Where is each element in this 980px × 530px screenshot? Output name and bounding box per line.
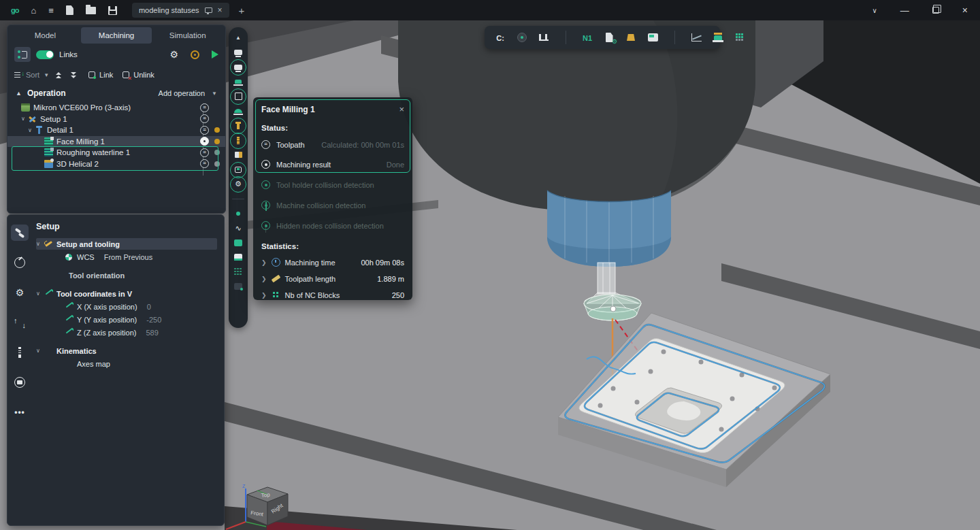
- setup-row[interactable]: Z (Z axis position) 589: [36, 327, 217, 338]
- tool-check-icon[interactable]: [708, 29, 728, 46]
- minimize-icon[interactable]: —: [900, 5, 909, 16]
- setup-row[interactable]: X (X axis position) 0: [36, 301, 217, 312]
- collision-detection-row[interactable]: Machine collision detection: [253, 201, 412, 210]
- status-circle-icon[interactable]: [200, 137, 209, 146]
- setup-row-value[interactable]: 589: [146, 329, 158, 337]
- gear-icon[interactable]: ⚙: [11, 284, 29, 301]
- collision-detection-row[interactable]: Hidden nodes collision detection: [253, 221, 412, 230]
- threaded-screw-visibility-icon[interactable]: [232, 135, 244, 146]
- tool-setup-icon[interactable]: [621, 29, 641, 46]
- stat-expand-chevron-icon[interactable]: ❯: [261, 292, 267, 299]
- popup-close-icon[interactable]: ×: [399, 104, 404, 114]
- machining-result-row[interactable]: Machining result Done: [253, 160, 412, 169]
- tree-chevron-icon[interactable]: ∨: [21, 116, 28, 122]
- add-operation-button[interactable]: Add operation: [159, 89, 206, 97]
- close-window-icon[interactable]: ×: [962, 5, 968, 16]
- gear-visibility-icon[interactable]: ⚙: [232, 179, 244, 189]
- viewport[interactable]: Top Front Right Z ModelMachiningSimulati…: [0, 20, 980, 530]
- home-icon[interactable]: ⌂: [31, 5, 36, 16]
- open-file-icon[interactable]: [86, 7, 96, 14]
- setup-row[interactable]: Axes map: [36, 358, 217, 369]
- holder-icon[interactable]: [11, 374, 29, 391]
- collapse-up-icon[interactable]: ▲: [232, 33, 244, 43]
- clamp-visibility-icon[interactable]: [232, 150, 244, 160]
- statistic-row[interactable]: ❯ Machining time 00h 09m 08s: [253, 258, 412, 267]
- links-mode-button[interactable]: [14, 47, 31, 62]
- setup-row-value[interactable]: From Previous: [104, 253, 153, 261]
- restore-icon[interactable]: [932, 7, 939, 14]
- status-circle-icon[interactable]: [200, 148, 209, 157]
- gauge-icon[interactable]: [11, 254, 29, 271]
- screw-visibility-icon[interactable]: [232, 120, 244, 131]
- workpiece-visibility-icon[interactable]: [232, 106, 244, 116]
- fixture-visibility-icon[interactable]: [232, 165, 244, 175]
- nc-blocks-icon[interactable]: [730, 29, 750, 46]
- statistic-row[interactable]: ❯ Toolpath length 1.889 m: [253, 274, 412, 283]
- tree-row[interactable]: Face Milling 1: [7, 136, 225, 148]
- panel-tab[interactable]: Machining: [81, 27, 152, 44]
- tool-icon[interactable]: [11, 344, 29, 361]
- chevron-down-icon[interactable]: ∨: [872, 7, 877, 14]
- machining-mode-icon[interactable]: C:: [490, 29, 510, 46]
- tree-row[interactable]: Roughing waterline 1: [7, 147, 225, 159]
- tree-row[interactable]: Mikron VCE600 Pro (3-axis): [7, 102, 225, 114]
- point-visibility-icon[interactable]: [232, 208, 244, 218]
- operation-collapse-icon[interactable]: ▲: [16, 90, 22, 97]
- setup-blades-icon[interactable]: [11, 225, 29, 241]
- divider[interactable]: [232, 194, 244, 204]
- setup-row[interactable]: ∨ Setup and tooling: [36, 238, 217, 250]
- machine-visibility-icon[interactable]: [232, 48, 244, 58]
- setup-row-value[interactable]: 0: [147, 303, 151, 311]
- curve-visibility-icon[interactable]: ∿: [232, 223, 244, 233]
- tape-measure-icon[interactable]: [512, 29, 532, 46]
- more-icon[interactable]: •••: [11, 404, 29, 420]
- tree-chevron-icon[interactable]: ∨: [28, 127, 35, 133]
- close-tab-icon[interactable]: ×: [218, 5, 223, 15]
- tree-row[interactable]: 3D Helical 2: [7, 159, 225, 170]
- save-icon[interactable]: [108, 6, 117, 15]
- menu-icon[interactable]: ≡: [48, 5, 54, 16]
- setup-row[interactable]: WCS From Previous: [36, 251, 217, 263]
- links-toggle[interactable]: [36, 50, 54, 59]
- table-grid-icon[interactable]: [232, 267, 244, 277]
- solid-visibility-icon[interactable]: [232, 237, 244, 248]
- stat-expand-chevron-icon[interactable]: ❯: [261, 259, 267, 266]
- tree-row[interactable]: ∨ Setup 1: [7, 114, 225, 125]
- collision-detection-row[interactable]: Tool holder collision detection: [253, 180, 412, 189]
- graph-icon[interactable]: [686, 29, 706, 46]
- status-circle-icon[interactable]: [200, 159, 209, 168]
- operations-settings-icon[interactable]: ⚙: [169, 49, 178, 60]
- panel-tab[interactable]: Simulation: [152, 27, 223, 44]
- result-visibility-icon[interactable]: [232, 282, 244, 292]
- setup-row[interactable]: Y (Y axis position) -250: [36, 314, 217, 325]
- sort-label[interactable]: Sort: [26, 71, 39, 79]
- separator[interactable]: [555, 29, 576, 46]
- status-circle-icon[interactable]: [200, 114, 209, 123]
- move-down-icon[interactable]: [71, 72, 76, 78]
- link-icon[interactable]: [88, 71, 95, 78]
- tool-visibility-icon[interactable]: [232, 77, 244, 87]
- setup-chevron-icon[interactable]: ∨: [36, 291, 44, 297]
- setup-row[interactable]: Tool orientation: [36, 269, 217, 281]
- toolpath-status-row[interactable]: Toolpath Calculated: 00h 00m 01s: [253, 140, 412, 149]
- statistic-row[interactable]: ❯ Nb of NC Blocks 250: [253, 291, 412, 299]
- new-file-icon[interactable]: [66, 5, 74, 15]
- recalculate-icon[interactable]: [191, 50, 199, 59]
- levels-icon[interactable]: [11, 314, 29, 331]
- setup-chevron-icon[interactable]: ∨: [36, 348, 44, 354]
- unlink-icon[interactable]: [122, 71, 129, 78]
- machine-visibility-active-icon[interactable]: [232, 62, 244, 72]
- new-tab-icon[interactable]: +: [239, 5, 245, 16]
- tree-row[interactable]: ∨ Detail 1: [7, 125, 225, 136]
- postprocessor-icon[interactable]: [599, 29, 619, 46]
- stat-expand-chevron-icon[interactable]: ❯: [261, 276, 267, 282]
- sort-icon[interactable]: [14, 72, 22, 78]
- unlink-label[interactable]: Unlink: [133, 71, 154, 79]
- setup-row-value[interactable]: -250: [146, 316, 161, 324]
- run-simulation-icon[interactable]: [212, 50, 218, 59]
- viewcube-top-label[interactable]: Top: [261, 492, 270, 499]
- setup-row[interactable]: ∨ Kinematics: [36, 345, 217, 357]
- panel-tab[interactable]: Model: [10, 27, 81, 44]
- add-operation-chevron-icon[interactable]: ▼: [212, 90, 217, 97]
- status-circle-icon[interactable]: [200, 103, 209, 112]
